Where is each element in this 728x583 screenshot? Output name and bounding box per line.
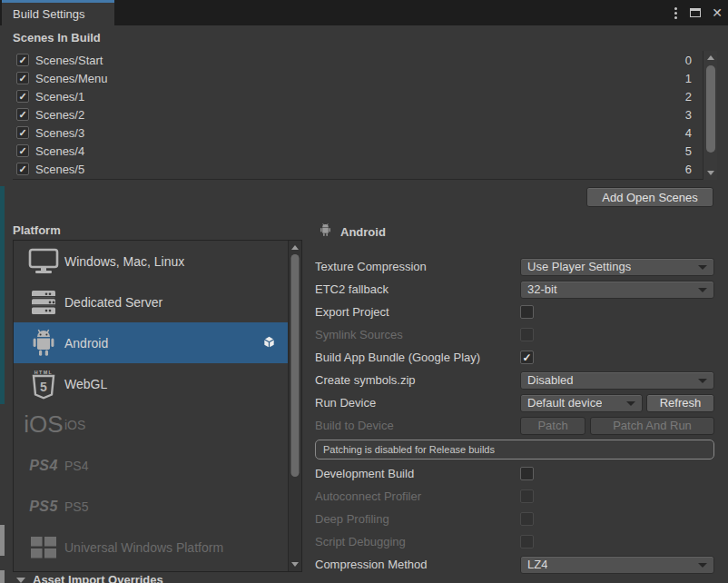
setting-label: Deep Profiling xyxy=(315,512,520,526)
refresh-button[interactable]: Refresh xyxy=(646,394,714,412)
dropdown-etc2-fallback[interactable]: 32-bit xyxy=(520,281,714,299)
checkbox-autoconnect-profiler xyxy=(520,489,534,503)
platform-item-label: PS5 xyxy=(64,499,88,514)
helpbox-patching-disabled: Patching is disabled for Release builds xyxy=(315,440,714,459)
scene-row[interactable] xyxy=(13,178,717,180)
platform-item-windows-mac-linux[interactable]: Windows, Mac, Linux xyxy=(14,241,288,282)
platform-item-ios[interactable]: iOSiOS xyxy=(14,404,288,445)
setting-label: Run Device xyxy=(315,396,520,410)
scene-build-index: 5 xyxy=(685,144,692,158)
scene-row[interactable]: ✓Scenes/Menu1 xyxy=(13,69,717,87)
scene-checkbox[interactable]: ✓ xyxy=(16,144,29,157)
scroll-down-icon[interactable] xyxy=(707,171,714,175)
chevron-down-icon xyxy=(16,578,25,583)
scroll-up-icon[interactable] xyxy=(707,55,714,60)
settings-row-development-build: Development Build xyxy=(315,462,714,485)
dropdown-value: Disabled xyxy=(521,373,574,387)
platform-item-webgl[interactable]: HTML5WebGL xyxy=(14,363,288,404)
platform-item-android[interactable]: Android xyxy=(14,322,288,363)
scene-row[interactable]: ✓Scenes/Start0 xyxy=(13,51,717,69)
scrollbar-thumb[interactable] xyxy=(706,65,715,153)
tab-build-settings[interactable]: Build Settings xyxy=(2,0,114,25)
setting-label: ETC2 fallback xyxy=(315,282,520,296)
html5-icon: HTML5 xyxy=(23,368,64,400)
setting-label: Autoconnect Profiler xyxy=(315,489,520,503)
scene-checkbox[interactable]: ✓ xyxy=(16,163,29,175)
check-icon: ✓ xyxy=(18,128,26,138)
checkbox-symlink-sources xyxy=(520,328,534,341)
asset-import-overrides-foldout[interactable]: Asset Import Overrides xyxy=(16,573,163,583)
scene-row[interactable]: ✓Scenes/56 xyxy=(13,160,717,178)
maximize-icon[interactable] xyxy=(690,8,701,17)
scene-row[interactable]: ✓Scenes/12 xyxy=(13,87,717,105)
close-icon[interactable]: ✕ xyxy=(710,5,724,21)
setting-label: Build to Device xyxy=(315,419,520,432)
settings-row-create-symbols-zip: Create symbols.zipDisabled xyxy=(315,369,714,391)
svg-text:5: 5 xyxy=(40,380,47,394)
scene-checkbox[interactable]: ✓ xyxy=(16,126,29,139)
setting-label: Symlink Sources xyxy=(315,328,520,341)
dropdown-texture-compression[interactable]: Use Player Settings xyxy=(520,258,714,276)
add-open-scenes-button[interactable]: Add Open Scenes xyxy=(586,187,713,207)
patch-and-run-button: Patch And Run xyxy=(590,417,714,435)
platform-item-ps5[interactable]: PS5PS5 xyxy=(14,486,288,527)
scroll-down-icon[interactable] xyxy=(291,562,299,567)
checkbox-build-app-bundle-google-play[interactable]: ✓ xyxy=(520,351,534,364)
settings-row-autoconnect-profiler: Autoconnect Profiler xyxy=(315,485,714,508)
settings-row-build-app-bundle-google-play: Build App Bundle (Google Play)✓ xyxy=(315,346,714,369)
check-icon: ✓ xyxy=(18,55,26,65)
settings-row-symlink-sources: Symlink Sources xyxy=(315,323,714,346)
dropdown-compression-method[interactable]: LZ4 xyxy=(520,556,714,574)
scene-build-index: 4 xyxy=(685,126,692,140)
dropdown-run-device[interactable]: Default device xyxy=(520,394,643,412)
platform-item-universal-windows-platform[interactable]: Universal Windows Platform xyxy=(14,527,288,568)
platform-item-label: Windows, Mac, Linux xyxy=(64,254,184,269)
setting-label: Development Build xyxy=(315,467,520,480)
scene-row[interactable]: ✓Scenes/34 xyxy=(13,124,717,142)
chevron-down-icon xyxy=(698,563,707,568)
dropdown-value: Use Player Settings xyxy=(521,260,631,273)
platform-item-ps4[interactable]: PS4PS4 xyxy=(14,445,288,486)
platform-heading: Platform xyxy=(13,223,61,237)
scene-label: Scenes/5 xyxy=(35,163,84,176)
scene-build-index: 1 xyxy=(685,72,692,85)
kebab-menu-icon[interactable] xyxy=(671,4,681,23)
checkbox-export-project[interactable] xyxy=(520,305,534,319)
scene-checkbox[interactable]: ✓ xyxy=(16,72,29,84)
platform-item-dedicated-server[interactable]: Dedicated Server xyxy=(14,282,288,322)
unity-logo-icon xyxy=(261,335,277,351)
scroll-up-icon[interactable] xyxy=(291,245,299,250)
scenes-scrollbar[interactable] xyxy=(703,51,717,180)
check-icon: ✓ xyxy=(18,74,26,84)
dropdown-value: LZ4 xyxy=(521,558,547,571)
ps5-logo-icon: PS5 xyxy=(23,499,64,515)
platform-scrollbar[interactable] xyxy=(288,241,301,571)
svg-text:HTML: HTML xyxy=(34,369,54,374)
check-icon: ✓ xyxy=(522,352,531,363)
foldout-label: Asset Import Overrides xyxy=(33,573,163,583)
settings-row-script-debugging: Script Debugging xyxy=(315,530,714,553)
patch-button: Patch xyxy=(520,417,585,435)
scene-checkbox[interactable]: ✓ xyxy=(16,90,29,103)
background-window-fragment xyxy=(0,570,5,583)
checkbox-development-build[interactable] xyxy=(520,467,534,480)
build-settings-window: Build Settings ✕ Scenes In Build ✓Scenes… xyxy=(0,0,728,583)
dropdown-create-symbols-zip[interactable]: Disabled xyxy=(520,371,714,390)
scene-row[interactable]: ✓Scenes/23 xyxy=(13,105,717,124)
settings-row-etc2-fallback: ETC2 fallback32-bit xyxy=(315,278,714,301)
setting-label: Script Debugging xyxy=(315,535,520,548)
scene-row[interactable]: ✓Scenes/45 xyxy=(13,142,717,160)
check-icon: ✓ xyxy=(18,92,26,102)
scene-label: Scenes/4 xyxy=(35,144,84,158)
android-icon xyxy=(318,222,333,241)
settings-row-export-project: Export Project xyxy=(315,301,714,323)
scene-build-index: 6 xyxy=(685,163,692,176)
platform-item-label: PS4 xyxy=(64,459,88,473)
scrollbar-thumb[interactable] xyxy=(291,254,300,477)
setting-label: Texture Compression xyxy=(315,260,520,273)
scene-checkbox[interactable]: ✓ xyxy=(16,108,29,121)
chevron-down-icon xyxy=(698,379,707,383)
check-icon: ✓ xyxy=(18,146,26,156)
chevron-down-icon xyxy=(698,288,707,292)
scene-checkbox[interactable]: ✓ xyxy=(16,54,29,66)
